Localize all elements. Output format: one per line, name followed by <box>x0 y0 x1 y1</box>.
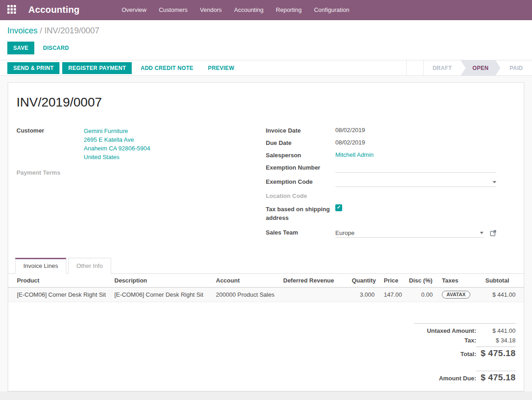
customer-name-link[interactable]: Gemini Furniture <box>84 127 266 135</box>
status-draft[interactable]: DRAFT <box>423 60 461 76</box>
customer-street[interactable]: 2695 E Katella Ave <box>84 135 266 144</box>
salesperson-value[interactable]: Mitchell Admin <box>335 151 496 159</box>
col-subtotal: Subtotal <box>481 274 524 288</box>
nav-menus: Overview Customers Vendors Accounting Re… <box>122 6 349 13</box>
amount-due-label: Amount Due: <box>439 375 476 382</box>
status-widget: DRAFT OPEN PAID <box>406 60 532 76</box>
location-code-value <box>335 192 496 199</box>
cell-description[interactable]: [E-COM06] Corner Desk Right Sit <box>110 288 211 302</box>
invoice-date-value[interactable]: 08/02/2019 <box>335 127 496 134</box>
breadcrumb: Invoices / INV/2019/0007 <box>7 26 525 36</box>
cell-subtotal[interactable]: $ 441.00 <box>481 288 524 302</box>
content-area: INV/2019/0007 Customer Gemini Furniture … <box>0 76 532 391</box>
nav-item-customers[interactable]: Customers <box>159 6 188 13</box>
due-date-label: Due Date <box>266 139 335 146</box>
top-nav: Accounting Overview Customers Vendors Ac… <box>0 0 532 20</box>
nav-item-overview[interactable]: Overview <box>122 6 146 13</box>
invoice-date-label: Invoice Date <box>266 127 335 134</box>
status-action-bar: SEND & PRINT REGISTER PAYMENT ADD CREDIT… <box>0 60 532 76</box>
nav-item-configuration[interactable]: Configuration <box>314 6 349 13</box>
untaxed-amount-value: $ 441.00 <box>476 327 516 334</box>
cell-disc[interactable]: 0.00 <box>404 288 437 302</box>
payment-terms-label: Payment Terms <box>16 169 84 176</box>
customer-country[interactable]: United States <box>84 153 266 161</box>
chevron-down-icon[interactable] <box>493 181 496 183</box>
col-product: Product <box>8 274 110 288</box>
tax-badge[interactable]: AVATAX <box>442 291 470 299</box>
breadcrumb-invoices[interactable]: Invoices <box>7 26 38 35</box>
add-credit-note-button[interactable]: ADD CREDIT NOTE <box>134 62 199 74</box>
preview-button[interactable]: PREVIEW <box>202 62 240 74</box>
tax-shipping-label: Tax based on shipping address <box>266 204 335 222</box>
cell-deferred-revenue[interactable] <box>279 288 347 302</box>
col-quantity: Quantity <box>347 274 379 288</box>
external-link-icon[interactable] <box>490 230 496 236</box>
tax-label: Tax: <box>464 337 476 344</box>
col-disc: Disc (%) <box>404 274 437 288</box>
cell-taxes[interactable]: AVATAX <box>437 288 481 302</box>
amount-due-value: $ 475.18 <box>476 371 516 383</box>
exemption-code-select[interactable] <box>335 178 496 187</box>
chevron-down-icon[interactable] <box>480 232 484 234</box>
due-date-value[interactable]: 08/02/2019 <box>335 139 496 146</box>
cell-price[interactable]: 147.00 <box>379 288 404 302</box>
exemption-number-label: Exemption Number <box>266 164 335 173</box>
col-price: Price <box>379 274 404 288</box>
col-description: Description <box>110 274 211 288</box>
notebook-tabs: Invoice Lines Other Info <box>8 258 524 274</box>
breadcrumb-separator: / <box>40 26 42 35</box>
salesperson-label: Salesperson <box>266 151 335 159</box>
total-label: Total: <box>461 351 476 357</box>
tab-invoice-lines[interactable]: Invoice Lines <box>15 258 66 274</box>
tax-value: $ 34.18 <box>476 337 516 344</box>
exemption-number-input[interactable] <box>335 164 496 173</box>
invoice-number-title: INV/2019/0007 <box>8 83 524 110</box>
cell-quantity[interactable]: 3.000 <box>347 288 379 302</box>
invoice-line-row[interactable]: [E-COM06] Corner Desk Right Sit [E-COM06… <box>8 288 524 302</box>
invoice-lines-table: Product Description Account Deferred Rev… <box>8 274 524 302</box>
app-title[interactable]: Accounting <box>28 5 80 15</box>
save-button[interactable]: SAVE <box>7 42 34 54</box>
col-deferred-revenue: Deferred Revenue <box>279 274 347 288</box>
col-taxes: Taxes <box>437 274 481 288</box>
control-panel: Invoices / INV/2019/0007 SAVE DISCARD <box>0 20 532 60</box>
customer-city[interactable]: Anaheim CA 92806-5904 <box>84 144 266 153</box>
breadcrumb-current: INV/2019/0007 <box>44 26 99 35</box>
location-code-label: Location Code <box>266 192 335 199</box>
apps-grid-icon[interactable] <box>7 5 17 15</box>
nav-item-reporting[interactable]: Reporting <box>276 6 301 13</box>
discard-button[interactable]: DISCARD <box>37 42 75 54</box>
customer-label: Customer <box>16 127 84 161</box>
sales-team-select[interactable]: Europe <box>335 229 484 238</box>
tax-shipping-checkbox[interactable] <box>335 204 342 211</box>
status-open[interactable]: OPEN <box>461 60 500 76</box>
exemption-code-label: Exemption Code <box>266 178 335 187</box>
nav-item-vendors[interactable]: Vendors <box>200 6 222 13</box>
col-account: Account <box>211 274 279 288</box>
sales-team-label: Sales Team <box>266 229 335 238</box>
register-payment-button[interactable]: REGISTER PAYMENT <box>62 62 132 74</box>
send-print-button[interactable]: SEND & PRINT <box>7 62 59 74</box>
status-paid[interactable]: PAID <box>500 60 532 76</box>
total-value: $ 475.18 <box>476 347 516 358</box>
status-divider <box>406 60 407 76</box>
customer-value: Gemini Furniture 2695 E Katella Ave Anah… <box>84 127 266 161</box>
payment-terms-value[interactable] <box>84 169 266 176</box>
cell-account[interactable]: 200000 Product Sales <box>211 288 279 302</box>
totals-block: Untaxed Amount: $ 441.00 Tax: $ 34.18 To… <box>414 323 516 383</box>
invoice-sheet: INV/2019/0007 Customer Gemini Furniture … <box>8 82 524 391</box>
nav-item-accounting[interactable]: Accounting <box>234 6 263 13</box>
untaxed-amount-label: Untaxed Amount: <box>427 327 476 334</box>
cell-product[interactable]: [E-COM06] Corner Desk Right Sit <box>8 288 110 302</box>
tab-other-info[interactable]: Other Info <box>68 258 111 274</box>
sales-team-value: Europe <box>335 229 477 236</box>
